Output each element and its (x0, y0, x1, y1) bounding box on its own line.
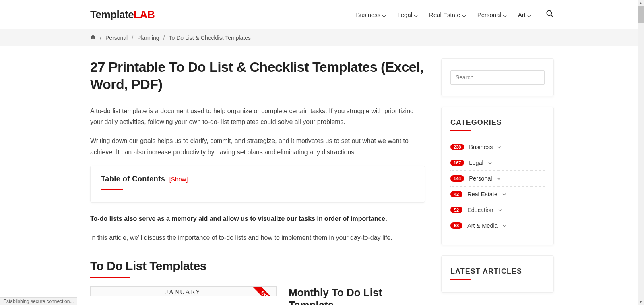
chevron-down-icon (503, 12, 507, 17)
nav-business[interactable]: Business (356, 11, 386, 18)
emphasis-paragraph: To-do lists also serve as a memory aid a… (90, 213, 425, 224)
intro-paragraph-1: A to-do list template is a document used… (90, 106, 425, 127)
category-legal[interactable]: 167 Legal (450, 155, 545, 171)
chevron-down-icon (503, 222, 506, 229)
nav-label: Art (518, 11, 526, 18)
nav-real-estate[interactable]: Real Estate (429, 11, 466, 18)
home-icon[interactable] (90, 34, 96, 41)
categories-box: CATEGORIES 238 Business 167 Legal 144 Pe… (441, 107, 554, 245)
count-badge: 42 (450, 191, 462, 197)
chevron-down-icon (497, 144, 501, 150)
site-logo[interactable]: TemplateLAB (90, 8, 155, 21)
browser-status-bar: Establishing secure connection... (0, 297, 77, 305)
table-of-contents: Table of Contents [Show] (90, 166, 425, 203)
count-badge: 52 (450, 207, 462, 213)
category-list: 238 Business 167 Legal 144 Personal 42 R… (450, 139, 545, 233)
nav-label: Legal (397, 11, 412, 18)
nav-legal[interactable]: Legal (397, 11, 418, 18)
breadcrumb-sep: / (163, 35, 165, 41)
intro-paragraph-4: In this article, we'll discuss the impor… (90, 232, 425, 243)
sidebar: CATEGORIES 238 Business 167 Legal 144 Pe… (441, 58, 554, 305)
chevron-down-icon (462, 12, 466, 17)
logo-part2: LAB (134, 8, 155, 21)
categories-title: CATEGORIES (450, 118, 545, 127)
site-header: TemplateLAB Business Legal Real Estate P… (0, 0, 644, 29)
nav-label: Personal (477, 11, 501, 18)
main-nav: Business Legal Real Estate Personal Art (356, 10, 554, 19)
category-label: Real Estate (467, 191, 497, 197)
chevron-down-icon (527, 12, 531, 17)
category-label: Art & Media (467, 222, 498, 229)
template-title[interactable]: Monthly To Do List Template (289, 286, 425, 305)
breadcrumb-sep: / (100, 35, 101, 41)
breadcrumb-sep: / (132, 35, 133, 41)
scroll-thumb[interactable] (638, 6, 644, 23)
section-heading: To Do List Templates (90, 259, 425, 273)
nav-personal[interactable]: Personal (477, 11, 507, 18)
breadcrumb: / Personal / Planning / To Do List & Che… (89, 29, 555, 46)
count-badge: 167 (450, 160, 464, 166)
category-label: Personal (469, 175, 492, 182)
breadcrumb-bar: / Personal / Planning / To Do List & Che… (0, 29, 644, 46)
toc-underline (101, 189, 123, 190)
template-row: JANUARY EXCL Monthly To Do List Template (90, 286, 425, 305)
category-personal[interactable]: 144 Personal (450, 171, 545, 187)
scroll-down-arrow[interactable]: ▼ (638, 299, 644, 305)
search-icon[interactable] (546, 10, 554, 19)
heading-underline (90, 277, 130, 278)
category-real-estate[interactable]: 42 Real Estate (450, 187, 545, 202)
category-label: Legal (469, 160, 483, 166)
nav-art[interactable]: Art (518, 11, 531, 18)
breadcrumb-planning[interactable]: Planning (137, 35, 159, 41)
category-education[interactable]: 52 Education (450, 202, 545, 218)
title-underline (450, 279, 471, 280)
category-business[interactable]: 238 Business (450, 139, 545, 155)
template-thumbnail[interactable]: JANUARY EXCL (90, 286, 277, 296)
latest-title: LATEST ARTICLES (450, 267, 545, 276)
svg-point-0 (547, 11, 552, 16)
category-label: Business (469, 144, 493, 150)
scroll-up-arrow[interactable]: ▲ (638, 0, 644, 6)
count-badge: 58 (450, 222, 462, 229)
chevron-down-icon (382, 12, 386, 17)
logo-part1: Template (90, 8, 134, 21)
ribbon-label: EXCL (249, 287, 276, 296)
chevron-down-icon (502, 191, 506, 197)
toc-title: Table of Contents (101, 175, 165, 183)
main-content: 27 Printable To Do List & Checklist Temp… (90, 58, 425, 305)
sidebar-search-input[interactable] (450, 70, 545, 85)
exclusive-ribbon: EXCL (248, 287, 276, 296)
intro-paragraph-2: Writing down our goals helps us to clari… (90, 135, 425, 157)
scrollbar[interactable]: ▲ ▼ (638, 0, 644, 305)
latest-articles-box: LATEST ARTICLES (441, 255, 554, 293)
chevron-down-icon (497, 175, 501, 182)
category-art-media[interactable]: 58 Art & Media (450, 218, 545, 233)
chevron-down-icon (488, 160, 492, 166)
search-box (441, 58, 554, 96)
breadcrumb-personal[interactable]: Personal (105, 35, 128, 41)
count-badge: 238 (450, 144, 464, 150)
svg-line-1 (551, 15, 553, 17)
page-title: 27 Printable To Do List & Checklist Temp… (90, 58, 425, 93)
nav-label: Business (356, 11, 381, 18)
category-label: Education (467, 207, 493, 213)
count-badge: 144 (450, 175, 464, 182)
title-underline (450, 130, 471, 131)
chevron-down-icon (414, 12, 418, 17)
toc-show-toggle[interactable]: [Show] (169, 176, 188, 183)
breadcrumb-current: To Do List & Checklist Templates (169, 35, 251, 41)
chevron-down-icon (498, 207, 502, 213)
nav-label: Real Estate (429, 11, 460, 18)
